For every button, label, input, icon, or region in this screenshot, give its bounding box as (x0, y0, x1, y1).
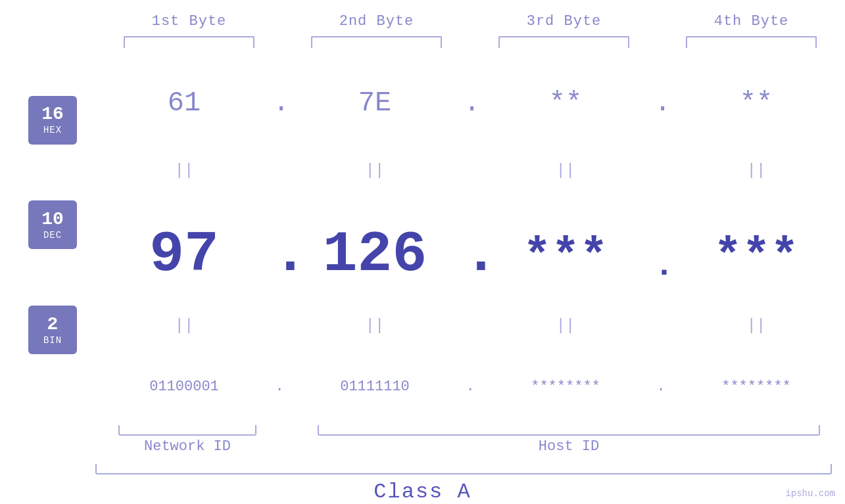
dot-hex-3: . (654, 87, 667, 119)
bin-val-3: ******** (477, 378, 654, 395)
top-bracket-2 (311, 36, 443, 48)
eq-2-4: || (667, 317, 845, 334)
eq-1-3: || (477, 162, 654, 179)
dot-spacer-1 (279, 425, 293, 436)
host-id-label: Host ID (293, 438, 845, 455)
host-bracket (318, 425, 820, 436)
network-id-label: Network ID (95, 438, 279, 455)
dot-bin-3: . (654, 378, 667, 395)
top-bracket-1 (124, 36, 255, 48)
dec-val-3: *** (477, 233, 654, 281)
dot-dec-3: . (654, 251, 667, 281)
eq-1-1: || (95, 162, 273, 179)
class-bracket (95, 464, 832, 474)
main-area: 16 HEX 10 DEC 2 BIN 61 . 7E . ** . ** (0, 61, 845, 422)
hex-badge-label: HEX (43, 125, 62, 135)
bracket-cell-3 (470, 36, 658, 48)
dec-val-2: 126 (286, 229, 464, 281)
byte-label-4: 4th Byte (658, 13, 845, 30)
bracket-cell-4 (658, 36, 845, 48)
badges-column: 16 HEX 10 DEC 2 BIN (0, 61, 95, 422)
hex-val-2: 7E (286, 87, 464, 119)
eq-2-3: || (477, 317, 654, 334)
eq-2-1: || (95, 317, 273, 334)
class-bracket-row (0, 464, 845, 474)
bin-badge-num: 2 (47, 315, 59, 335)
bin-val-2: 01111110 (286, 378, 464, 395)
dec-val-4: *** (667, 233, 845, 281)
bin-badge-label: BIN (43, 335, 62, 346)
top-bracket-3 (498, 36, 630, 48)
bin-badge: 2 BIN (28, 306, 77, 354)
eq-row-1: || || || || (95, 161, 845, 181)
data-column: 61 . 7E . ** . ** || || || || 97 (95, 61, 845, 422)
dot-dec-2: . (464, 229, 477, 281)
watermark: ipshu.com (785, 488, 835, 499)
dot-bin-2: . (464, 378, 477, 395)
byte-label-2: 2nd Byte (283, 13, 470, 30)
network-bracket-cell (95, 425, 279, 436)
hex-val-3: ** (477, 87, 654, 119)
hex-row: 61 . 7E . ** . ** (95, 77, 845, 129)
eq-2-2: || (286, 317, 464, 334)
dot-dec-1: . (273, 229, 286, 281)
dec-badge: 10 DEC (28, 200, 77, 249)
main-container: 1st Byte 2nd Byte 3rd Byte 4th Byte 16 H… (0, 0, 845, 504)
eq-1-4: || (667, 162, 845, 179)
network-bracket (118, 425, 256, 436)
dot-hex-2: . (464, 87, 477, 119)
eq-row-2: || || || || (95, 315, 845, 335)
hex-val-4: ** (667, 87, 845, 119)
bottom-bracket-row (0, 425, 845, 436)
dec-val-1: 97 (95, 229, 273, 281)
top-bracket-4 (686, 36, 817, 48)
class-label-row: Class A (0, 480, 845, 504)
bin-val-1: 01100001 (95, 378, 273, 395)
byte-label-3: 3rd Byte (470, 13, 658, 30)
bottom-label-row: Network ID Host ID (0, 438, 845, 455)
dot-bin-1: . (273, 378, 286, 395)
hex-badge: 16 HEX (28, 96, 77, 145)
header-row: 1st Byte 2nd Byte 3rd Byte 4th Byte (0, 13, 845, 30)
bracket-cell-2 (283, 36, 470, 48)
class-label: Class A (374, 480, 471, 504)
dot-hex-1: . (273, 87, 286, 119)
bracket-cell-1 (95, 36, 283, 48)
hex-val-1: 61 (95, 87, 273, 119)
host-bracket-cell (293, 425, 845, 436)
byte-label-1: 1st Byte (95, 13, 283, 30)
bin-val-4: ******** (667, 378, 845, 395)
hex-badge-num: 16 (41, 104, 64, 125)
top-bracket-row (0, 36, 845, 48)
dec-row: 97 . 126 . *** . *** (95, 212, 845, 284)
bin-row: 01100001 . 01111110 . ******** . *******… (95, 367, 845, 406)
dec-badge-num: 10 (41, 210, 64, 230)
dot-spacer-2 (279, 438, 293, 455)
eq-1-2: || (286, 162, 464, 179)
dec-badge-label: DEC (43, 230, 62, 241)
